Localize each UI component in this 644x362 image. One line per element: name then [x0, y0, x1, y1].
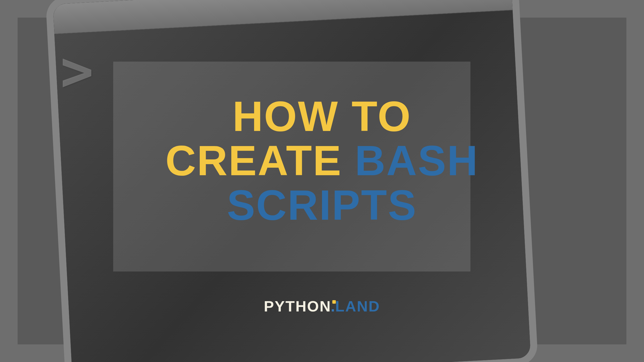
- brand-separator: .: [331, 298, 336, 315]
- headline: HOW TO CREATE BASH SCRIPTS: [0, 94, 644, 227]
- brand-part1: PYTHON: [264, 298, 331, 315]
- headline-line3: SCRIPTS: [227, 182, 417, 229]
- headline-line1: HOW TO: [232, 93, 412, 140]
- headline-line2-part2: BASH: [355, 137, 478, 184]
- headline-line2-part1: CREATE: [166, 137, 355, 184]
- brand-logo: PYTHON.LAND: [0, 298, 644, 315]
- terminal-prompt-icon: >: [60, 39, 94, 103]
- brand-part2: LAND: [335, 298, 380, 315]
